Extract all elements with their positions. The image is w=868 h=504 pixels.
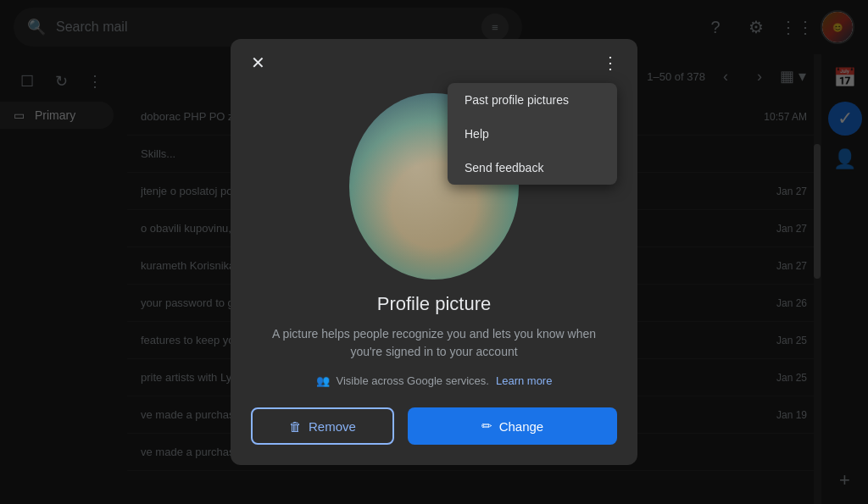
remove-icon: 🗑 bbox=[289, 419, 302, 434]
dialog-topbar: ✕ ⋮ Past profile picturesHelpSend feedba… bbox=[231, 39, 637, 86]
visibility-icon: 👥 bbox=[316, 374, 330, 387]
dropdown-menu: Past profile picturesHelpSend feedback bbox=[448, 83, 617, 185]
profile-dialog-subtitle: A picture helps people recognize you and… bbox=[231, 325, 637, 361]
profile-dialog: ✕ ⋮ Past profile picturesHelpSend feedba… bbox=[231, 39, 637, 465]
more-icon: ⋮ bbox=[602, 53, 619, 73]
modal-overlay[interactable]: ✕ ⋮ Past profile picturesHelpSend feedba… bbox=[0, 0, 868, 504]
visibility-text: Visible across Google services. bbox=[337, 374, 489, 387]
dropdown-item-2[interactable]: Send feedback bbox=[448, 151, 617, 185]
visibility-row: 👥 Visible across Google services. Learn … bbox=[231, 374, 637, 387]
dropdown-item-0[interactable]: Past profile pictures bbox=[448, 83, 617, 117]
dropdown-item-1[interactable]: Help bbox=[448, 117, 617, 151]
change-button[interactable]: ✏ Change bbox=[408, 407, 617, 445]
dialog-more-button[interactable]: ⋮ bbox=[597, 49, 624, 76]
remove-label: Remove bbox=[309, 419, 356, 434]
close-icon: ✕ bbox=[251, 53, 265, 73]
edit-icon: ✏ bbox=[481, 418, 492, 434]
profile-dialog-title: Profile picture bbox=[231, 293, 637, 315]
remove-button[interactable]: 🗑 Remove bbox=[251, 407, 394, 445]
change-label: Change bbox=[499, 419, 544, 434]
dialog-actions: 🗑 Remove ✏ Change bbox=[231, 407, 637, 445]
learn-more-link[interactable]: Learn more bbox=[496, 374, 552, 387]
dialog-close-button[interactable]: ✕ bbox=[244, 49, 271, 76]
